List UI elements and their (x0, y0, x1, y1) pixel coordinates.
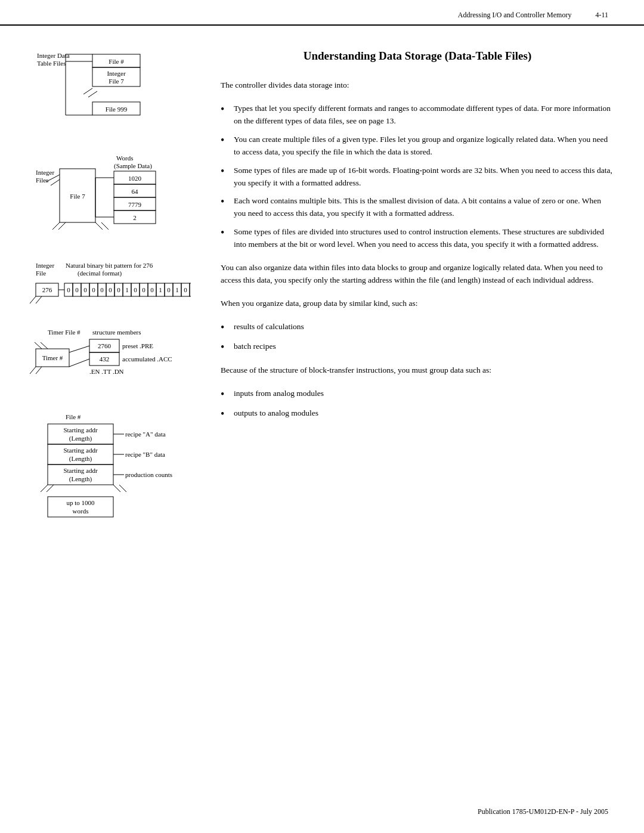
svg-text:.EN .TT .DN: .EN .TT .DN (89, 368, 124, 375)
svg-line-19 (52, 222, 60, 230)
svg-line-113 (47, 485, 54, 492)
svg-text:File #: File # (66, 413, 81, 420)
diagram-1-integer-data-table: Integer Data Table Files File # Integer … (30, 49, 203, 135)
bullet-dot-calc: • (221, 321, 234, 335)
svg-text:accumulated .ACC: accumulated .ACC (122, 355, 172, 363)
diagram-4-svg: Timer File # Timer # structure members 2… (30, 327, 191, 393)
svg-text:(Length): (Length) (69, 475, 92, 483)
svg-text:0: 0 (117, 286, 120, 293)
svg-text:Table Files: Table Files (37, 60, 66, 67)
svg-text:1: 1 (159, 286, 162, 293)
svg-text:up to 1000: up to 1000 (66, 499, 95, 506)
diagram-2-svg: Integer Files File 7 Words (Sample Data) (30, 152, 191, 241)
svg-text:0: 0 (109, 286, 112, 293)
svg-text:0: 0 (100, 286, 104, 293)
svg-text:File 7: File 7 (109, 78, 124, 85)
svg-text:276: 276 (42, 286, 52, 293)
para3: When you organize data, group data by si… (221, 298, 614, 310)
bullet-dot-2: • (221, 134, 234, 147)
svg-text:2760: 2760 (98, 342, 112, 349)
svg-text:Timer File #: Timer File # (48, 329, 80, 336)
svg-text:1: 1 (125, 286, 129, 293)
svg-text:1020: 1020 (128, 175, 142, 182)
bullet-text-2: You can create multiple files of a given… (234, 134, 614, 159)
bullet-item-outputs: • outputs to analog modules (221, 407, 614, 421)
svg-text:(Sample Data): (Sample Data) (114, 162, 152, 170)
svg-text:0: 0 (142, 286, 145, 293)
svg-line-90 (69, 346, 89, 352)
svg-text:File 999: File 999 (106, 106, 128, 113)
bullet-dot-inputs: • (221, 388, 234, 401)
bullet-text-1: Types that let you specify different for… (234, 103, 614, 128)
svg-line-92 (30, 367, 36, 374)
page-footer: Publication 1785-UM012D-EN-P - July 2005 (0, 807, 644, 816)
bullet-item-batch: • batch recipes (221, 340, 614, 354)
bullet-item-1: • Types that let you specify different f… (221, 103, 614, 128)
svg-text:recipe "B" data: recipe "B" data (125, 451, 165, 458)
svg-line-8 (83, 88, 92, 94)
svg-text:0: 0 (184, 286, 187, 293)
svg-text:64: 64 (132, 188, 139, 195)
bullet-text-calc: results of calculations (234, 321, 304, 333)
intro-text: The controller divides data storage into… (221, 79, 614, 92)
diagram-3-svg: Integer File Natural binary bit pattern … (30, 261, 191, 308)
para4: Because of the structure of block-transf… (221, 364, 614, 377)
bullet-dot-batch: • (221, 341, 234, 354)
para2: You can also organize data within files … (221, 262, 614, 287)
page: Addressing I/O and Controller Memory 4-1… (0, 0, 644, 833)
header-section-title: Addressing I/O and Controller Memory (458, 11, 572, 20)
svg-text:(Length): (Length) (69, 435, 92, 442)
diagram-2-integer-files-words: Integer Files File 7 Words (Sample Data) (30, 152, 203, 244)
bullet-dot-3: • (221, 165, 234, 178)
svg-text:File #: File # (109, 58, 124, 65)
svg-line-22 (101, 222, 109, 230)
svg-text:Starting addr: Starting addr (63, 426, 97, 433)
page-header: Addressing I/O and Controller Memory 4-1… (0, 0, 644, 26)
svg-text:0: 0 (134, 286, 137, 293)
svg-line-77 (30, 296, 36, 304)
svg-line-20 (58, 222, 66, 230)
svg-text:Words: Words (116, 154, 133, 162)
svg-text:words: words (73, 507, 89, 515)
bullet-section-3: • inputs from analog modules • outputs t… (221, 388, 614, 420)
svg-line-114 (113, 485, 120, 492)
svg-line-95 (41, 342, 48, 349)
svg-text:Integer: Integer (36, 169, 54, 176)
svg-text:0: 0 (83, 286, 87, 293)
svg-line-112 (41, 485, 48, 492)
svg-line-78 (36, 296, 42, 304)
svg-line-21 (95, 222, 103, 230)
svg-text:(Length): (Length) (69, 455, 92, 463)
bullet-item-2: • You can create multiple files of a giv… (221, 134, 614, 159)
main-content: Integer Data Table Files File # Integer … (0, 26, 644, 556)
diagram-5-svg: File # Starting addr (Length) recipe "A"… (30, 412, 191, 519)
svg-text:0: 0 (92, 286, 95, 293)
bullet-text-4: Each word contains multiple bits. This i… (234, 195, 614, 220)
svg-text:2: 2 (133, 214, 137, 221)
diagram-5-file-blocks: File # Starting addr (Length) recipe "A"… (30, 412, 203, 522)
bullet-dot-1: • (221, 103, 234, 116)
footer-text: Publication 1785-UM012D-EN-P - July 2005 (478, 807, 608, 816)
svg-text:Integer: Integer (36, 262, 54, 269)
svg-text:(decimal format): (decimal format) (78, 270, 122, 277)
svg-text:preset .PRE: preset .PRE (122, 342, 153, 349)
bullet-text-batch: batch recipes (234, 340, 276, 353)
right-column: Understanding Data Storage (Data-Table F… (215, 44, 614, 538)
diagram-3-bit-pattern: Integer File Natural binary bit pattern … (30, 261, 203, 311)
bullet-item-3: • Some types of files are made up of 16-… (221, 165, 614, 190)
bullet-section-1: • Types that let you specify different f… (221, 103, 614, 251)
bullet-item-5: • Some types of files are divided into s… (221, 226, 614, 251)
bullet-text-5: Some types of files are divided into str… (234, 226, 614, 251)
svg-text:structure members: structure members (92, 329, 141, 336)
svg-text:Integer: Integer (107, 70, 125, 77)
bullet-dot-outputs: • (221, 408, 234, 421)
svg-text:File 7: File 7 (70, 193, 85, 200)
svg-line-91 (69, 359, 89, 367)
svg-text:Natural binary bit pattern for: Natural binary bit pattern for 276 (66, 262, 153, 269)
bullet-section-2: • results of calculations • batch recipe… (221, 321, 614, 354)
svg-text:Starting addr: Starting addr (63, 447, 97, 454)
bullet-dot-5: • (221, 227, 234, 240)
svg-rect-75 (190, 283, 191, 296)
svg-line-94 (35, 342, 42, 349)
svg-text:Files: Files (36, 176, 48, 184)
